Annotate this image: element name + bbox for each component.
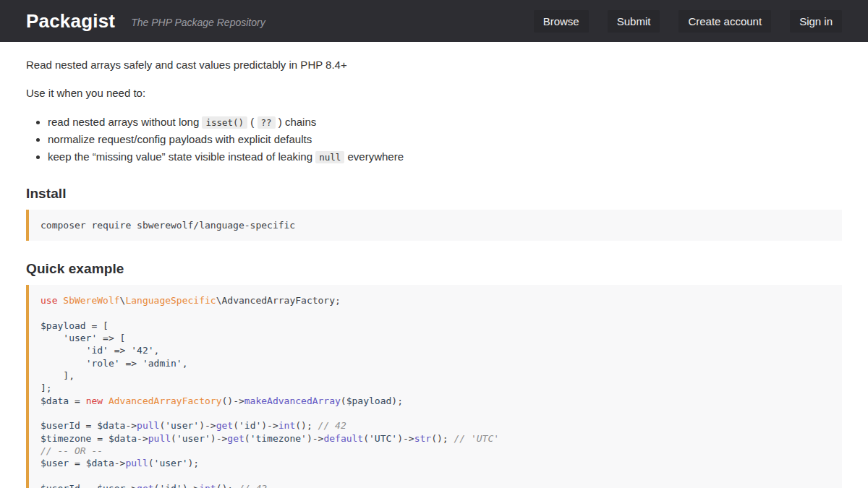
quick-example-code-block: use SbWereWolf\LanguageSpecific\Advanced… xyxy=(26,285,842,488)
inline-code: null xyxy=(315,151,344,163)
packagist-page: Packagist The PHP Package Repository Bro… xyxy=(0,0,868,488)
inline-code: isset() xyxy=(202,116,247,129)
nav-create-account[interactable]: Create account xyxy=(678,10,771,33)
top-navbar: Packagist The PHP Package Repository Bro… xyxy=(0,0,868,42)
use-when-text: Use it when you need to: xyxy=(26,85,842,101)
use-case-list: read nested arrays without long isset() … xyxy=(26,114,842,166)
packagist-logo[interactable]: Packagist xyxy=(26,10,115,33)
nav-sign-in[interactable]: Sign in xyxy=(790,10,842,33)
quick-example-heading: Quick example xyxy=(26,261,842,277)
nav-browse[interactable]: Browse xyxy=(534,10,589,33)
site-tagline: The PHP Package Repository xyxy=(131,17,265,28)
package-description: Read nested arrays safely and cast value… xyxy=(26,57,842,73)
list-item: read nested arrays without long isset() … xyxy=(48,114,842,132)
nav-submit[interactable]: Submit xyxy=(608,10,660,33)
inline-code: ?? xyxy=(258,116,276,129)
install-code-block: composer require sbwerewolf/language-spe… xyxy=(26,210,842,241)
install-heading: Install xyxy=(26,186,842,202)
list-item: normalize request/config payloads with e… xyxy=(48,131,842,148)
list-item: keep the “missing value” state visible i… xyxy=(48,148,842,166)
readme-content: Read nested arrays safely and cast value… xyxy=(0,42,868,488)
main-nav: Browse Submit Create account Sign in xyxy=(534,10,842,33)
